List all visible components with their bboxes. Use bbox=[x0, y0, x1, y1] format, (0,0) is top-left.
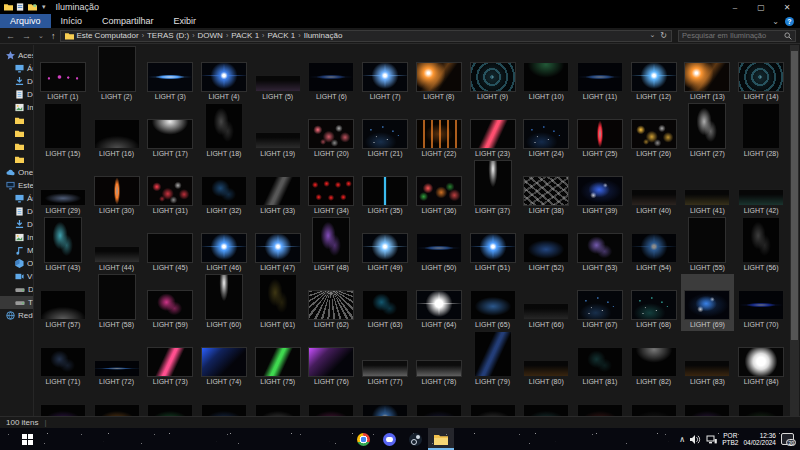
ribbon-expand-icon[interactable]: ⌄ bbox=[772, 17, 779, 26]
file-item[interactable]: LIGHT (11) bbox=[573, 46, 627, 103]
sidebar-item-downloads[interactable]: Downloads bbox=[0, 218, 33, 231]
start-button[interactable] bbox=[12, 428, 42, 450]
breadcrumb[interactable]: Este Computador›TERAS (D:)›DOWN›PACK 1›P… bbox=[60, 30, 672, 42]
address-dropdown-icon[interactable]: ⌄ bbox=[649, 31, 655, 40]
file-item[interactable]: LIGHT (81) bbox=[573, 331, 627, 388]
minimize-button[interactable]: – bbox=[722, 0, 748, 14]
file-item[interactable]: LIGHT (21) bbox=[358, 103, 412, 160]
file-item[interactable]: LIGHT (73) bbox=[143, 331, 197, 388]
search-input[interactable] bbox=[682, 31, 784, 40]
file-item[interactable] bbox=[681, 388, 735, 416]
sidebar-item-disco-local-c-[interactable]: Disco Local (C:) bbox=[0, 283, 33, 296]
file-item[interactable]: LIGHT (68) bbox=[627, 274, 681, 331]
file-item[interactable]: LIGHT (34) bbox=[305, 160, 359, 217]
new-folder-icon[interactable] bbox=[28, 3, 37, 11]
file-item[interactable] bbox=[197, 388, 251, 416]
taskbar-app-chrome[interactable] bbox=[350, 428, 376, 450]
file-item[interactable]: LIGHT (3) bbox=[143, 46, 197, 103]
recent-locations-caret[interactable]: ⌄ bbox=[36, 32, 46, 40]
file-item[interactable]: LIGHT (36) bbox=[412, 160, 466, 217]
sidebar-item--rea-de-trabalho[interactable]: Área de Trabalho bbox=[0, 192, 33, 205]
file-item[interactable]: LIGHT (26) bbox=[627, 103, 681, 160]
file-item[interactable]: LIGHT (77) bbox=[358, 331, 412, 388]
file-item[interactable]: LIGHT (10) bbox=[519, 46, 573, 103]
scrollbar-thumb[interactable] bbox=[791, 51, 798, 340]
sidebar-item-imagens[interactable]: Imagens bbox=[0, 101, 33, 114]
file-item[interactable]: LIGHT (50) bbox=[412, 217, 466, 274]
file-item[interactable]: LIGHT (66) bbox=[519, 274, 573, 331]
file-item[interactable]: LIGHT (28) bbox=[734, 103, 788, 160]
file-item[interactable]: LIGHT (75) bbox=[251, 331, 305, 388]
sidebar-item-teras-d-[interactable]: TERAS (D:) bbox=[0, 296, 33, 309]
file-item[interactable] bbox=[519, 388, 573, 416]
file-item[interactable]: LIGHT (51) bbox=[466, 217, 520, 274]
file-item[interactable] bbox=[90, 388, 144, 416]
file-item[interactable]: LIGHT (47) bbox=[251, 217, 305, 274]
breadcrumb-item[interactable]: PACK 1 bbox=[267, 31, 295, 40]
menu-tab-arquivo[interactable]: Arquivo bbox=[0, 14, 51, 28]
vertical-scrollbar[interactable] bbox=[790, 45, 799, 416]
hidden-icons-chevron[interactable]: ∧ bbox=[679, 435, 685, 444]
file-item[interactable]: LIGHT (65) bbox=[466, 274, 520, 331]
qat-customize-caret[interactable]: ▾ bbox=[42, 3, 46, 11]
menu-tab-início[interactable]: Início bbox=[51, 14, 93, 28]
file-item[interactable]: LIGHT (22) bbox=[412, 103, 466, 160]
sidebar-item-acesso-r-pido[interactable]: Acesso rápido bbox=[0, 49, 33, 62]
file-item[interactable]: LIGHT (44) bbox=[90, 217, 144, 274]
file-item[interactable]: LIGHT (79) bbox=[466, 331, 520, 388]
file-item[interactable]: LIGHT (17) bbox=[143, 103, 197, 160]
file-item[interactable]: LIGHT (83) bbox=[681, 331, 735, 388]
file-item[interactable]: LIGHT (35) bbox=[358, 160, 412, 217]
file-item[interactable] bbox=[36, 388, 90, 416]
file-item[interactable]: LIGHT (76) bbox=[305, 331, 359, 388]
search-box[interactable] bbox=[678, 30, 796, 42]
file-item[interactable] bbox=[573, 388, 627, 416]
file-item[interactable]: LIGHT (42) bbox=[734, 160, 788, 217]
file-item[interactable]: LIGHT (24) bbox=[519, 103, 573, 160]
file-item[interactable]: LIGHT (45) bbox=[143, 217, 197, 274]
file-item[interactable]: LIGHT (29) bbox=[36, 160, 90, 217]
file-item[interactable]: LIGHT (48) bbox=[305, 217, 359, 274]
file-item[interactable]: LIGHT (30) bbox=[90, 160, 144, 217]
notification-icon[interactable]: 20 bbox=[781, 433, 794, 445]
file-item[interactable]: LIGHT (43) bbox=[36, 217, 90, 274]
file-item[interactable]: LIGHT (40) bbox=[627, 160, 681, 217]
maximize-button[interactable]: ▢ bbox=[748, 0, 774, 14]
sidebar-item-onedrive[interactable]: OneDrive bbox=[0, 166, 33, 179]
file-item[interactable]: LIGHT (32) bbox=[197, 160, 251, 217]
file-item[interactable]: LIGHT (67) bbox=[573, 274, 627, 331]
file-item[interactable]: LIGHT (49) bbox=[358, 217, 412, 274]
file-item[interactable]: LIGHT (57) bbox=[36, 274, 90, 331]
file-item[interactable]: LIGHT (80) bbox=[519, 331, 573, 388]
file-item[interactable]: LIGHT (53) bbox=[573, 217, 627, 274]
file-item[interactable]: LIGHT (9) bbox=[466, 46, 520, 103]
up-button[interactable]: ↑ bbox=[49, 31, 58, 41]
file-item[interactable]: LIGHT (37) bbox=[466, 160, 520, 217]
taskbar-app-explorer[interactable] bbox=[428, 428, 454, 450]
file-item[interactable]: LIGHT (52) bbox=[519, 217, 573, 274]
forward-button[interactable]: → bbox=[20, 31, 33, 41]
taskbar-app-discord[interactable] bbox=[376, 428, 402, 450]
file-item[interactable]: LIGHT (2) bbox=[90, 46, 144, 103]
file-item[interactable]: LIGHT (59) bbox=[143, 274, 197, 331]
file-item[interactable]: LIGHT (71) bbox=[36, 331, 90, 388]
file-item[interactable] bbox=[143, 388, 197, 416]
quick-access-toolbar[interactable]: ▾ bbox=[0, 3, 52, 11]
file-item[interactable]: LIGHT (31) bbox=[143, 160, 197, 217]
file-item[interactable]: LIGHT (72) bbox=[90, 331, 144, 388]
file-item[interactable] bbox=[251, 388, 305, 416]
file-item[interactable]: LIGHT (46) bbox=[197, 217, 251, 274]
file-item[interactable]: LIGHT (56) bbox=[734, 217, 788, 274]
close-button[interactable]: ✕ bbox=[774, 0, 800, 14]
help-icon[interactable]: ? bbox=[785, 17, 794, 26]
file-item[interactable]: LIGHT (38) bbox=[519, 160, 573, 217]
menu-tab-compartilhar[interactable]: Compartilhar bbox=[92, 14, 164, 28]
file-item[interactable]: LIGHT (39) bbox=[573, 160, 627, 217]
file-item[interactable]: LIGHT (58) bbox=[90, 274, 144, 331]
sidebar-item[interactable] bbox=[0, 140, 33, 153]
file-item[interactable]: LIGHT (23) bbox=[466, 103, 520, 160]
file-item[interactable]: LIGHT (69) bbox=[681, 274, 735, 331]
file-item[interactable]: LIGHT (41) bbox=[681, 160, 735, 217]
file-item[interactable]: LIGHT (64) bbox=[412, 274, 466, 331]
sidebar-item[interactable] bbox=[0, 153, 33, 166]
